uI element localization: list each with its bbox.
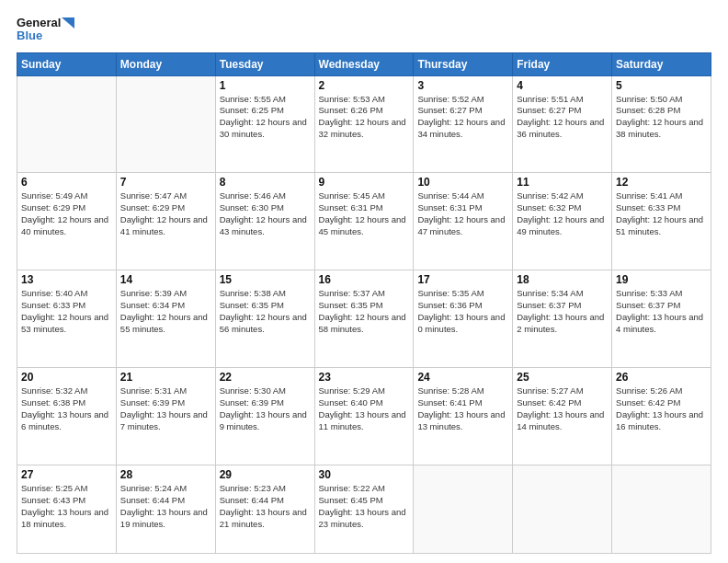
calendar-day-cell: 11Sunrise: 5:42 AM Sunset: 6:32 PM Dayli… — [513, 173, 612, 270]
day-number: 17 — [417, 273, 508, 286]
calendar-day-cell: 23Sunrise: 5:29 AM Sunset: 6:40 PM Dayli… — [314, 368, 414, 465]
day-number: 7 — [120, 176, 211, 189]
calendar-day-cell — [414, 465, 513, 554]
day-info: Sunrise: 5:30 AM Sunset: 6:39 PM Dayligh… — [220, 385, 311, 432]
day-info: Sunrise: 5:35 AM Sunset: 6:36 PM Dayligh… — [417, 288, 508, 335]
day-number: 2 — [319, 79, 410, 92]
day-info: Sunrise: 5:44 AM Sunset: 6:31 PM Dayligh… — [417, 190, 508, 237]
logo: General Blue — [17, 17, 74, 43]
day-info: Sunrise: 5:38 AM Sunset: 6:35 PM Dayligh… — [220, 288, 311, 335]
day-number: 9 — [319, 176, 410, 189]
logo-chevron — [62, 17, 74, 29]
day-info: Sunrise: 5:42 AM Sunset: 6:32 PM Dayligh… — [517, 190, 608, 237]
day-number: 12 — [616, 176, 707, 189]
calendar-day-cell: 6Sunrise: 5:49 AM Sunset: 6:29 PM Daylig… — [17, 173, 117, 270]
day-number: 26 — [616, 371, 707, 384]
day-info: Sunrise: 5:51 AM Sunset: 6:27 PM Dayligh… — [517, 94, 608, 141]
calendar-week-row: 27Sunrise: 5:25 AM Sunset: 6:43 PM Dayli… — [17, 465, 711, 554]
calendar-week-row: 6Sunrise: 5:49 AM Sunset: 6:29 PM Daylig… — [17, 173, 711, 270]
calendar-day-cell: 27Sunrise: 5:25 AM Sunset: 6:43 PM Dayli… — [17, 465, 117, 554]
calendar-day-cell: 13Sunrise: 5:40 AM Sunset: 6:33 PM Dayli… — [17, 270, 117, 368]
day-info: Sunrise: 5:47 AM Sunset: 6:29 PM Dayligh… — [120, 190, 211, 237]
calendar-day-cell: 28Sunrise: 5:24 AM Sunset: 6:44 PM Dayli… — [116, 465, 215, 554]
weekday-header-friday: Friday — [513, 52, 612, 75]
day-number: 22 — [220, 371, 311, 384]
calendar-day-cell: 19Sunrise: 5:33 AM Sunset: 6:37 PM Dayli… — [612, 270, 711, 368]
calendar-day-cell: 21Sunrise: 5:31 AM Sunset: 6:39 PM Dayli… — [116, 368, 215, 465]
calendar-day-cell: 1Sunrise: 5:55 AM Sunset: 6:25 PM Daylig… — [215, 75, 314, 173]
calendar-day-cell — [116, 75, 215, 173]
calendar-day-cell: 29Sunrise: 5:23 AM Sunset: 6:44 PM Dayli… — [215, 465, 314, 554]
calendar-day-cell: 16Sunrise: 5:37 AM Sunset: 6:35 PM Dayli… — [314, 270, 414, 368]
weekday-header-thursday: Thursday — [414, 52, 513, 75]
calendar-day-cell: 12Sunrise: 5:41 AM Sunset: 6:33 PM Dayli… — [612, 173, 711, 270]
day-info: Sunrise: 5:29 AM Sunset: 6:40 PM Dayligh… — [319, 385, 410, 432]
day-info: Sunrise: 5:46 AM Sunset: 6:30 PM Dayligh… — [220, 190, 311, 237]
weekday-header-monday: Monday — [116, 52, 215, 75]
calendar-day-cell: 15Sunrise: 5:38 AM Sunset: 6:35 PM Dayli… — [215, 270, 314, 368]
day-number: 30 — [319, 468, 410, 481]
weekday-header-saturday: Saturday — [612, 52, 711, 75]
calendar-day-cell: 2Sunrise: 5:53 AM Sunset: 6:26 PM Daylig… — [314, 75, 414, 173]
svg-marker-0 — [62, 17, 74, 29]
calendar-day-cell: 9Sunrise: 5:45 AM Sunset: 6:31 PM Daylig… — [314, 173, 414, 270]
day-number: 25 — [517, 371, 608, 384]
day-info: Sunrise: 5:39 AM Sunset: 6:34 PM Dayligh… — [120, 288, 211, 335]
calendar-day-cell: 3Sunrise: 5:52 AM Sunset: 6:27 PM Daylig… — [414, 75, 513, 173]
weekday-header-row: SundayMondayTuesdayWednesdayThursdayFrid… — [17, 52, 711, 75]
day-number: 10 — [417, 176, 508, 189]
calendar-day-cell: 30Sunrise: 5:22 AM Sunset: 6:45 PM Dayli… — [314, 465, 414, 554]
calendar-day-cell: 24Sunrise: 5:28 AM Sunset: 6:41 PM Dayli… — [414, 368, 513, 465]
calendar-day-cell: 20Sunrise: 5:32 AM Sunset: 6:38 PM Dayli… — [17, 368, 117, 465]
day-number: 19 — [616, 273, 707, 286]
calendar-table: SundayMondayTuesdayWednesdayThursdayFrid… — [17, 52, 711, 554]
day-number: 28 — [120, 468, 211, 481]
day-info: Sunrise: 5:40 AM Sunset: 6:33 PM Dayligh… — [21, 288, 112, 335]
calendar-day-cell: 10Sunrise: 5:44 AM Sunset: 6:31 PM Dayli… — [414, 173, 513, 270]
calendar-day-cell: 4Sunrise: 5:51 AM Sunset: 6:27 PM Daylig… — [513, 75, 612, 173]
day-info: Sunrise: 5:26 AM Sunset: 6:42 PM Dayligh… — [616, 385, 707, 432]
day-number: 4 — [517, 79, 608, 92]
day-info: Sunrise: 5:37 AM Sunset: 6:35 PM Dayligh… — [319, 288, 410, 335]
day-info: Sunrise: 5:33 AM Sunset: 6:37 PM Dayligh… — [616, 288, 707, 335]
day-number: 8 — [220, 176, 311, 189]
day-number: 5 — [616, 79, 707, 92]
weekday-header-sunday: Sunday — [17, 52, 117, 75]
calendar-day-cell: 22Sunrise: 5:30 AM Sunset: 6:39 PM Dayli… — [215, 368, 314, 465]
day-number: 20 — [21, 371, 112, 384]
day-info: Sunrise: 5:49 AM Sunset: 6:29 PM Dayligh… — [21, 190, 112, 237]
day-number: 21 — [120, 371, 211, 384]
logo-general: General — [17, 17, 61, 29]
weekday-header-wednesday: Wednesday — [314, 52, 414, 75]
calendar-day-cell — [612, 465, 711, 554]
calendar-week-row: 13Sunrise: 5:40 AM Sunset: 6:33 PM Dayli… — [17, 270, 711, 368]
day-info: Sunrise: 5:27 AM Sunset: 6:42 PM Dayligh… — [517, 385, 608, 432]
day-info: Sunrise: 5:34 AM Sunset: 6:37 PM Dayligh… — [517, 288, 608, 335]
calendar-day-cell: 5Sunrise: 5:50 AM Sunset: 6:28 PM Daylig… — [612, 75, 711, 173]
calendar-day-cell — [513, 465, 612, 554]
day-info: Sunrise: 5:31 AM Sunset: 6:39 PM Dayligh… — [120, 385, 211, 432]
day-info: Sunrise: 5:53 AM Sunset: 6:26 PM Dayligh… — [319, 94, 410, 141]
day-info: Sunrise: 5:55 AM Sunset: 6:25 PM Dayligh… — [220, 94, 311, 141]
day-number: 29 — [220, 468, 311, 481]
day-info: Sunrise: 5:25 AM Sunset: 6:43 PM Dayligh… — [21, 483, 112, 530]
day-number: 15 — [220, 273, 311, 286]
day-info: Sunrise: 5:32 AM Sunset: 6:38 PM Dayligh… — [21, 385, 112, 432]
day-number: 23 — [319, 371, 410, 384]
day-info: Sunrise: 5:50 AM Sunset: 6:28 PM Dayligh… — [616, 94, 707, 141]
day-info: Sunrise: 5:22 AM Sunset: 6:45 PM Dayligh… — [319, 483, 410, 530]
calendar-day-cell — [17, 75, 117, 173]
day-number: 11 — [517, 176, 608, 189]
calendar-week-row: 20Sunrise: 5:32 AM Sunset: 6:38 PM Dayli… — [17, 368, 711, 465]
calendar-day-cell: 25Sunrise: 5:27 AM Sunset: 6:42 PM Dayli… — [513, 368, 612, 465]
day-info: Sunrise: 5:41 AM Sunset: 6:33 PM Dayligh… — [616, 190, 707, 237]
day-number: 16 — [319, 273, 410, 286]
calendar-day-cell: 14Sunrise: 5:39 AM Sunset: 6:34 PM Dayli… — [116, 270, 215, 368]
calendar-week-row: 1Sunrise: 5:55 AM Sunset: 6:25 PM Daylig… — [17, 75, 711, 173]
logo-text: General Blue — [17, 17, 74, 43]
calendar-day-cell: 17Sunrise: 5:35 AM Sunset: 6:36 PM Dayli… — [414, 270, 513, 368]
day-number: 6 — [21, 176, 112, 189]
day-info: Sunrise: 5:52 AM Sunset: 6:27 PM Dayligh… — [417, 94, 508, 141]
page: General Blue SundayMondayTuesdayWednesda… — [0, 0, 728, 563]
day-number: 3 — [417, 79, 508, 92]
